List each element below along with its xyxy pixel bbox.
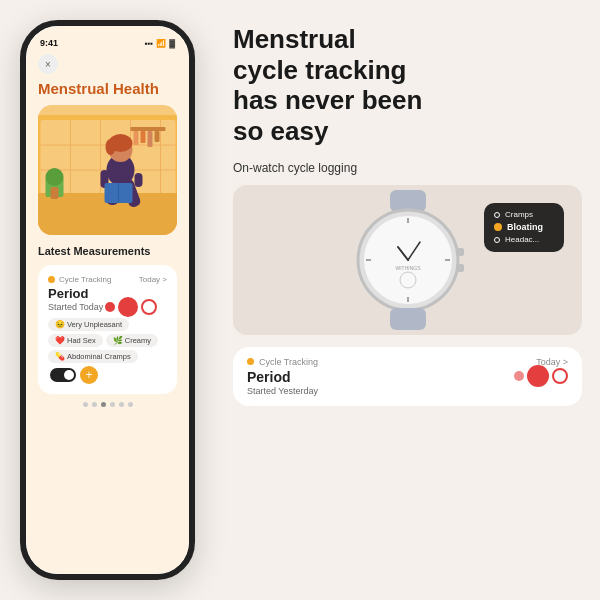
page-dots	[38, 402, 177, 407]
watch-svg: WITHINGS	[348, 190, 468, 330]
page-dot-6	[128, 402, 133, 407]
svg-rect-11	[50, 187, 58, 199]
tag-label-2: Had Sex	[67, 336, 96, 345]
svg-rect-23	[133, 131, 138, 145]
illustration-area	[38, 105, 177, 235]
page-dot-3	[101, 402, 106, 407]
tag-label-3: Creamy	[125, 336, 151, 345]
bc-dots	[514, 365, 568, 387]
svg-text:WITHINGS: WITHINGS	[395, 265, 421, 271]
page-dot-1	[83, 402, 88, 407]
cycle-dot	[48, 276, 55, 283]
phone-mockup: 9:41 ▪▪▪ 📶 ▓ × Menstrual Health	[20, 20, 195, 580]
sub-headline: On-watch cycle logging	[233, 161, 582, 175]
svg-rect-19	[134, 173, 142, 187]
popup-item-cramps: Cramps	[494, 209, 554, 221]
page-dot-4	[110, 402, 115, 407]
popup-label-1: Cramps	[505, 210, 533, 219]
popup-item-headache: Headac...	[494, 234, 554, 246]
tag-emoji-2: ❤️	[55, 336, 65, 345]
svg-rect-22	[130, 127, 165, 131]
status-time: 9:41	[40, 38, 58, 48]
svg-point-10	[45, 168, 63, 186]
measurement-header: Cycle Tracking Today >	[48, 275, 167, 284]
period-dot-small	[105, 302, 115, 312]
tag-had-sex[interactable]: ❤️ Had Sex	[48, 334, 103, 347]
bc-dot-outline	[552, 368, 568, 384]
svg-rect-24	[140, 131, 145, 143]
illustration-svg	[38, 115, 177, 235]
period-dot-outline	[141, 299, 157, 315]
phone-content: 9:41 ▪▪▪ 📶 ▓ × Menstrual Health	[26, 26, 189, 574]
measurement-card-inner: Cycle Tracking Today > Period Started To…	[48, 275, 167, 312]
bc-dot-orange	[247, 358, 254, 365]
tag-abdominal[interactable]: 💊 Abdominal Cramps	[48, 350, 138, 363]
right-panel: Menstrualcycle trackinghas never beenso …	[215, 0, 600, 600]
signal-icon: ▪▪▪	[145, 39, 154, 48]
toggle-button[interactable]	[50, 368, 76, 382]
bottom-card: Cycle Tracking Today > Period Started Ye…	[233, 347, 582, 406]
tag-emoji-1: 😣	[55, 320, 65, 329]
popup-bullet-2	[494, 223, 502, 231]
popup-bullet-3	[494, 237, 500, 243]
measurement-card: Cycle Tracking Today > Period Started To…	[38, 265, 177, 394]
page-dot-5	[119, 402, 124, 407]
tag-emoji-3: 🌿	[113, 336, 123, 345]
phone-inner: 9:41 ▪▪▪ 📶 ▓ × Menstrual Health	[26, 26, 189, 419]
app-title: Menstrual Health	[38, 80, 177, 97]
popup-label-2: Bloating	[507, 222, 543, 232]
tag-label-4: Abdominal Cramps	[67, 352, 131, 361]
tag-label-1: Very Unpleasant	[67, 320, 122, 329]
svg-rect-25	[147, 131, 152, 147]
cycle-label: Cycle Tracking	[59, 275, 111, 284]
battery-icon: ▓	[169, 39, 175, 48]
measurement-label: Cycle Tracking	[48, 275, 111, 284]
tags-row: 😣 Very Unpleasant ❤️ Had Sex 🌿 Creamy	[48, 318, 167, 384]
svg-rect-29	[456, 248, 464, 256]
svg-point-15	[105, 139, 115, 155]
tag-creamy[interactable]: 🌿 Creamy	[106, 334, 158, 347]
popup-bullet-1	[494, 212, 500, 218]
close-button[interactable]: ×	[38, 54, 58, 74]
tag-very-unpleasant[interactable]: 😣 Very Unpleasant	[48, 318, 129, 331]
bc-sub: Started Yesterday	[247, 386, 568, 396]
period-dot-large	[118, 297, 138, 317]
today-label[interactable]: Today >	[139, 275, 167, 284]
status-icons: ▪▪▪ 📶 ▓	[145, 39, 175, 48]
svg-rect-40	[390, 308, 426, 330]
bc-dot-small	[514, 371, 524, 381]
bc-label-text: Cycle Tracking	[259, 357, 318, 367]
popup-label-3: Headac...	[505, 235, 539, 244]
tag-emoji-4: 💊	[55, 352, 65, 361]
headline: Menstrualcycle trackinghas never beenso …	[233, 24, 582, 147]
bc-label: Cycle Tracking	[247, 357, 318, 367]
page-dot-2	[92, 402, 97, 407]
bc-dot-large	[527, 365, 549, 387]
svg-rect-26	[154, 131, 159, 142]
period-dots	[105, 297, 157, 317]
wifi-icon: 📶	[156, 39, 166, 48]
watch-popup: Cramps Bloating Headac...	[484, 203, 564, 252]
toggle-circle	[64, 370, 74, 380]
close-icon: ×	[45, 59, 51, 70]
popup-item-bloating: Bloating	[494, 221, 554, 234]
add-button[interactable]: +	[80, 366, 98, 384]
watch-area: WITHINGS Cramps Bloating Headac...	[233, 185, 582, 335]
plus-icon: +	[85, 368, 92, 382]
section-title: Latest Measurements	[38, 245, 177, 257]
status-bar: 9:41 ▪▪▪ 📶 ▓	[26, 26, 189, 54]
left-panel: 9:41 ▪▪▪ 📶 ▓ × Menstrual Health	[0, 0, 215, 600]
svg-rect-30	[456, 264, 464, 272]
